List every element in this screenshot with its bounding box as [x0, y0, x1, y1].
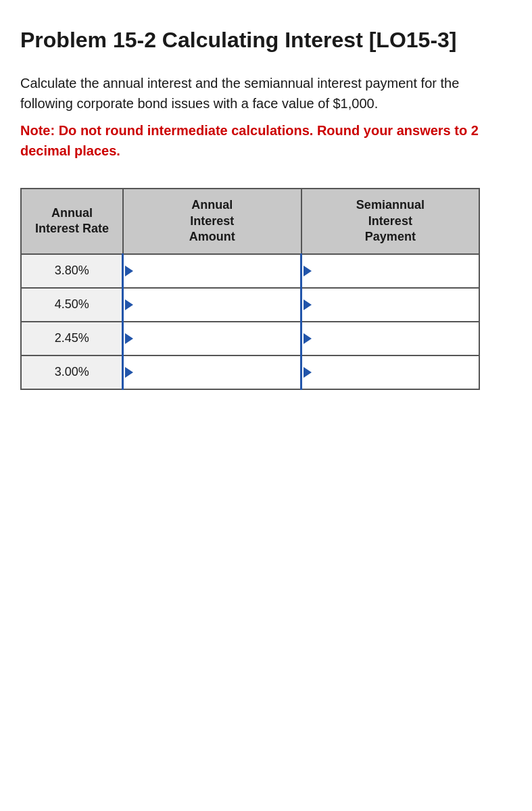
header-semiannual-payment: SemiannualInterestPayment [301, 189, 479, 253]
annual-amount-input-3[interactable] [133, 322, 300, 355]
semiannual-payment-input-1[interactable] [312, 255, 479, 287]
semiannual-payment-cell-1[interactable] [301, 254, 479, 288]
semiannual-payment-input-3[interactable] [312, 322, 479, 355]
annual-amount-cell-3[interactable] [123, 322, 301, 355]
semiannual-payment-cell-3[interactable] [301, 322, 479, 355]
problem-description: Calculate the annual interest and the se… [20, 73, 512, 114]
header-annual-rate: AnnualInterest Rate [21, 189, 123, 253]
note-text: Note: Do not round intermediate calculat… [20, 120, 512, 161]
annual-amount-input-1[interactable] [133, 255, 300, 287]
arrow-icon-4a [125, 367, 133, 378]
arrow-icon-1a [125, 266, 133, 276]
arrow-icon-1b [304, 266, 312, 276]
arrow-icon-3b [304, 333, 312, 344]
table-row: 3.00% [21, 355, 479, 389]
annual-amount-cell-2[interactable] [123, 288, 301, 322]
header-annual-amount: AnnualInterestAmount [123, 189, 301, 253]
annual-amount-input-2[interactable] [133, 289, 300, 321]
page-title: Problem 15-2 Calculating Interest [LO15-… [20, 27, 512, 53]
rate-cell-3: 2.45% [21, 322, 123, 355]
arrow-icon-2a [125, 299, 133, 310]
rate-cell-4: 3.00% [21, 355, 123, 389]
interest-table: AnnualInterest Rate AnnualInterestAmount… [20, 188, 480, 389]
data-table-container: AnnualInterest Rate AnnualInterestAmount… [20, 188, 480, 389]
semiannual-payment-input-4[interactable] [312, 356, 479, 389]
semiannual-payment-cell-4[interactable] [301, 355, 479, 389]
annual-amount-cell-4[interactable] [123, 355, 301, 389]
rate-cell-2: 4.50% [21, 288, 123, 322]
table-row: 3.80% [21, 254, 479, 288]
semiannual-payment-input-2[interactable] [312, 289, 479, 321]
annual-amount-cell-1[interactable] [123, 254, 301, 288]
table-row: 4.50% [21, 288, 479, 322]
table-row: 2.45% [21, 322, 479, 355]
semiannual-payment-cell-2[interactable] [301, 288, 479, 322]
arrow-icon-2b [304, 299, 312, 310]
arrow-icon-4b [304, 367, 312, 378]
rate-cell-1: 3.80% [21, 254, 123, 288]
arrow-icon-3a [125, 333, 133, 344]
annual-amount-input-4[interactable] [133, 356, 300, 389]
